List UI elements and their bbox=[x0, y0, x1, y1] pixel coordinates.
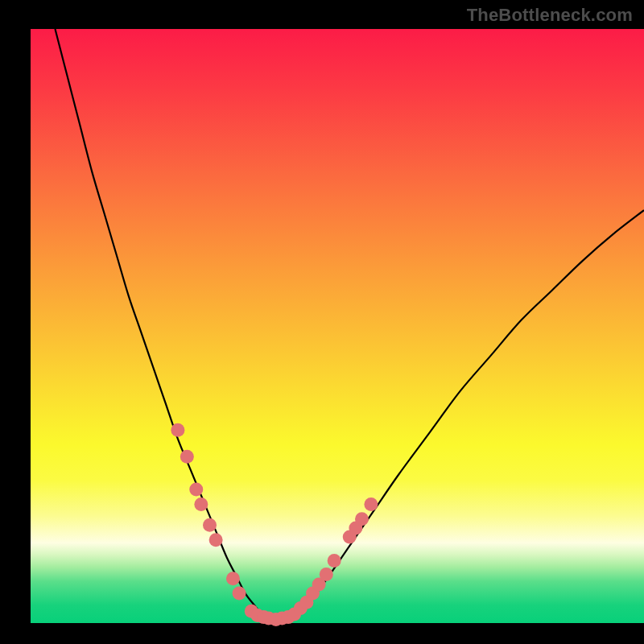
data-marker bbox=[209, 533, 223, 547]
data-marker bbox=[233, 587, 246, 601]
data-marker bbox=[320, 568, 333, 581]
data-marker bbox=[189, 482, 203, 496]
bottleneck-chart bbox=[0, 0, 644, 644]
data-marker bbox=[171, 423, 184, 437]
data-marker bbox=[364, 497, 378, 511]
data-marker bbox=[203, 518, 217, 532]
data-marker bbox=[180, 450, 194, 464]
data-marker bbox=[194, 497, 208, 511]
data-marker bbox=[328, 554, 341, 568]
watermark-text: TheBottleneck.com bbox=[467, 5, 633, 26]
data-marker bbox=[355, 512, 369, 526]
chart-background bbox=[31, 29, 644, 623]
data-marker bbox=[226, 572, 240, 585]
